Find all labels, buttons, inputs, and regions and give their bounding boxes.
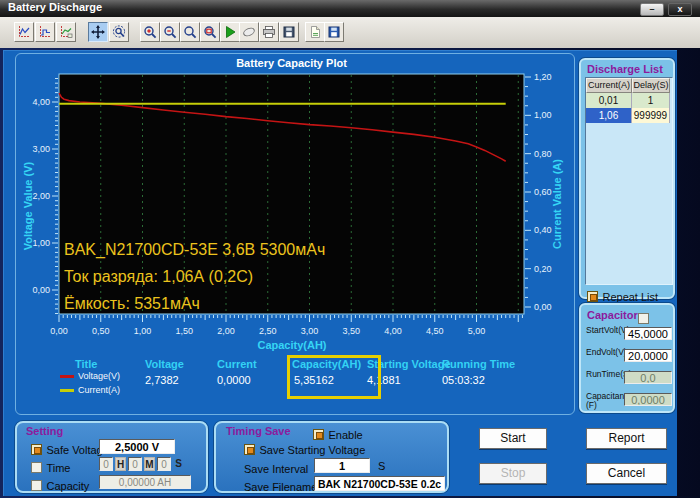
save-interval-unit: S	[378, 460, 385, 472]
zoom-out-button[interactable]	[160, 22, 180, 42]
discharge-list-panel: Discharge List Current(A)Delay(S)0,0111,…	[579, 58, 675, 299]
erase-button[interactable]	[239, 22, 259, 42]
voltage-legend-label: Voltage(V)	[78, 371, 120, 381]
svg-text:0,40: 0,40	[534, 225, 552, 235]
discharge-list-table[interactable]: Current(A)Delay(S)0,0111,06999999	[585, 77, 673, 285]
close-button[interactable]: x	[668, 3, 692, 16]
discharge-delay-cell[interactable]: 1	[632, 93, 670, 108]
column-header[interactable]: Current(A)	[586, 78, 632, 93]
capacitor-field-input[interactable]	[624, 349, 672, 362]
graph-style-2-button[interactable]	[35, 22, 55, 42]
svg-text:0,00: 0,00	[534, 302, 552, 312]
print-button[interactable]	[259, 22, 279, 42]
time-minutes-input[interactable]	[128, 457, 142, 471]
save-data-button[interactable]	[324, 22, 344, 42]
stat-header-running-time: Running Time	[442, 358, 515, 370]
safe-voltage-input[interactable]	[99, 439, 175, 454]
report-button[interactable]: Report	[586, 428, 667, 449]
export-report-button[interactable]	[305, 22, 325, 42]
current-legend-label: Current(A)	[78, 385, 120, 395]
play-button[interactable]	[220, 22, 240, 42]
zoom-box-button[interactable]	[200, 22, 220, 42]
current-legend-swatch	[60, 389, 74, 392]
capacity-input[interactable]	[99, 475, 191, 489]
capacitor-field-row: StartVolt(V)	[585, 325, 673, 345]
svg-text:3,00: 3,00	[32, 144, 50, 154]
discharge-row[interactable]: 1,06999999	[586, 108, 672, 123]
save-starting-voltage-label: Save Starting Voltage	[259, 444, 365, 456]
save-button[interactable]	[279, 22, 299, 42]
seconds-unit-label: S	[173, 457, 184, 471]
capacitor-field-input[interactable]	[624, 327, 672, 340]
svg-text:0,00: 0,00	[50, 326, 68, 336]
repeat-list-label: Repeat List	[602, 291, 658, 303]
svg-text:4,00: 4,00	[384, 326, 402, 336]
save-interval-input[interactable]	[314, 458, 370, 473]
minimize-button[interactable]: –	[640, 3, 664, 16]
safe-voltage-checkbox[interactable]	[31, 444, 42, 455]
pan-crosshair-button[interactable]	[88, 22, 108, 42]
repeat-list-option[interactable]: Repeat List	[587, 287, 658, 300]
y-left-axis-title: Voltage Value (V)	[22, 161, 34, 250]
stop-button[interactable]: Stop	[479, 463, 547, 484]
capacitor-title: Capacitor	[587, 309, 638, 321]
minutes-unit-label: M	[144, 457, 155, 471]
battery-discharge-window: Battery Discharge – x 0,000,501,001,502,…	[0, 0, 700, 498]
svg-text:0,20: 0,20	[534, 264, 552, 274]
zoom-in-icon	[143, 25, 157, 39]
time-seconds-input[interactable]	[157, 457, 171, 471]
save-interval-label: Save Interval	[244, 463, 308, 475]
capacitor-enable-checkbox[interactable]	[638, 313, 649, 324]
capacity-label: Capacity	[46, 480, 89, 492]
discharge-row[interactable]: 0,011	[586, 93, 672, 108]
discharge-current-cell[interactable]: 0,01	[586, 93, 632, 108]
column-header[interactable]: Delay(S)	[632, 78, 670, 93]
capacitor-field-input[interactable]	[624, 393, 672, 406]
stat-header-current: Current	[217, 358, 257, 370]
discharge-list-title: Discharge List	[587, 63, 663, 75]
stat-header-voltage: Voltage	[145, 358, 184, 370]
svg-text:2,50: 2,50	[259, 326, 277, 336]
voltage-legend-swatch	[60, 375, 74, 378]
window-title: Battery Discharge	[8, 1, 102, 13]
discharge-list-header: Current(A)Delay(S)	[586, 78, 672, 93]
svg-text:1,50: 1,50	[175, 326, 193, 336]
graph-style-2-icon	[38, 25, 52, 39]
capacitor-field-input[interactable]	[624, 371, 672, 384]
graph-style-1-button[interactable]	[14, 22, 34, 42]
cancel-button[interactable]: Cancel	[586, 463, 667, 484]
svg-text:1,00: 1,00	[534, 110, 552, 120]
client-area: 0,000,501,001,502,002,503,003,504,004,50…	[3, 50, 677, 496]
svg-text:1,20: 1,20	[534, 72, 552, 82]
timing-save-enable-checkbox[interactable]	[313, 429, 324, 440]
discharge-current-cell[interactable]: 1,06	[586, 108, 632, 123]
capacity-checkbox[interactable]	[31, 480, 42, 491]
title-bar: Battery Discharge – x	[0, 0, 700, 18]
svg-text:0,50: 0,50	[92, 326, 110, 336]
time-hours-input[interactable]	[99, 457, 113, 471]
window-frame: 0,000,501,001,502,002,503,003,504,004,50…	[0, 48, 700, 498]
save-filename-label: Save Filename	[244, 481, 317, 493]
erase-icon	[242, 25, 256, 39]
zoom-normal-button[interactable]	[180, 22, 200, 42]
timing-save-enable-label: Enable	[328, 429, 362, 441]
discharge-delay-cell[interactable]: 999999	[632, 108, 670, 123]
time-checkbox[interactable]	[31, 462, 42, 473]
x-axis-title: Capacity(AH)	[257, 339, 326, 351]
start-button[interactable]: Start	[479, 428, 547, 449]
zoom-select-button[interactable]	[109, 22, 129, 42]
svg-text:4,50: 4,50	[426, 326, 444, 336]
y-left-axis: 4,003,002,001,000,00Voltage Value (V)	[22, 79, 58, 314]
annotation-line: Ток разряда: 1,06А (0,2С)	[64, 268, 253, 285]
setting-title: Setting	[26, 425, 63, 437]
save-starting-voltage-checkbox[interactable]	[244, 444, 255, 455]
save-filename-input[interactable]	[314, 476, 445, 491]
annotation-line: BAK_N21700CD-53E 3,6В 5300мАч	[64, 241, 325, 259]
repeat-list-checkbox[interactable]	[587, 291, 598, 302]
capacitor-panel: Capacitor Enable StartVolt(V)EndVolt(V)R…	[579, 303, 675, 413]
capacity-highlight-box	[287, 355, 381, 399]
annotation-line: Ёмкость: 5351мАч	[64, 295, 200, 312]
zoom-in-button[interactable]	[140, 22, 160, 42]
zoom-box-icon	[203, 25, 217, 39]
graph-style-3-button[interactable]	[56, 22, 76, 42]
